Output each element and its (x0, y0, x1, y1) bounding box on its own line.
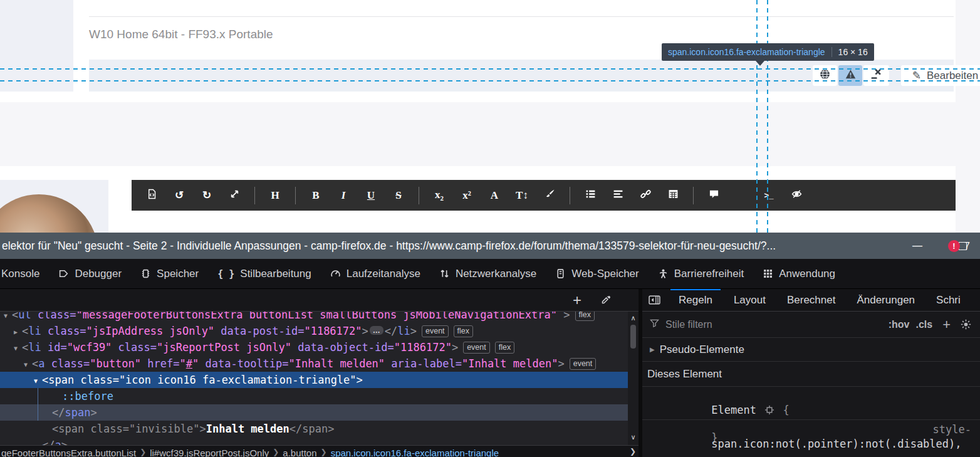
tab-label: Debugger (75, 268, 122, 280)
event-badge[interactable]: event (422, 325, 449, 337)
sidebar-toggle-icon[interactable] (649, 295, 660, 305)
toolbar-group: H (261, 180, 289, 211)
sidebar-tab-schri[interactable]: Schri (925, 289, 971, 311)
editor-align-button[interactable] (604, 180, 632, 211)
editor-subscript-button[interactable]: x2 (425, 180, 453, 211)
twisty-expanded-icon[interactable]: ▼ (14, 340, 22, 357)
editor-strikethrough-button[interactable]: S (385, 180, 412, 211)
twisty-expanded-icon[interactable]: ▼ (4, 312, 12, 324)
stylesheet-source-link[interactable]: style- (933, 423, 971, 436)
eyedropper-button[interactable] (600, 295, 611, 305)
sidebar-tab-berechnet[interactable]: Berechnet (776, 289, 847, 311)
editor-link-button[interactable] (632, 180, 659, 211)
collapsed-content-badge[interactable]: … (370, 326, 383, 335)
breadcrumb-item[interactable]: a.button (283, 448, 316, 457)
breadcrumb-separator-icon: ❯ (140, 448, 146, 456)
style-filter-input[interactable] (665, 319, 882, 330)
minimize-button[interactable]: — (909, 233, 926, 259)
editor-underline-button[interactable]: U (357, 180, 385, 211)
sidebar-tab-änderungen[interactable]: Änderungen (846, 289, 925, 311)
markup-row[interactable]: ▶<li class="jsIpAddress jsOnly" data-pos… (0, 323, 628, 339)
event-badge[interactable]: event (463, 342, 490, 354)
window-titlebar[interactable]: elektor für "Neu" gesucht - Seite 2 - In… (0, 233, 980, 259)
toggle-classes-button[interactable]: .cls (915, 319, 932, 330)
devtools-tab-netzwerkanalyse[interactable]: Netzwerkanalyse (430, 259, 546, 288)
flex-badge[interactable]: flex (575, 312, 595, 321)
scroll-down-icon[interactable]: ∨ (628, 432, 639, 443)
open-brace: { (783, 404, 790, 416)
highlighter-infobar: span.icon.icon16.fa-exclamation-triangle… (662, 43, 874, 61)
devtools-tab-speicher[interactable]: Speicher (131, 259, 208, 288)
scroll-up-icon[interactable]: ∧ (628, 313, 639, 323)
gauge-icon (330, 268, 341, 279)
highlighter-guide-horizontal (0, 80, 980, 81)
editor-brush-button[interactable] (536, 180, 563, 211)
grid-icon (763, 268, 773, 279)
twisty-expanded-icon[interactable]: ▼ (24, 357, 32, 373)
add-node-button[interactable]: + (573, 292, 581, 309)
markup-row[interactable]: </span> (0, 404, 628, 421)
breadcrumb-item[interactable]: li#wcf39.jsReportPost.jsOnly (150, 448, 269, 457)
devtools-tab-laufzeitanalyse[interactable]: Laufzeitanalyse (321, 259, 430, 288)
editor-source-code-button[interactable] (138, 180, 165, 211)
event-badge[interactable]: event (570, 358, 597, 370)
toolbar-group (576, 180, 687, 211)
markup-scrollbar[interactable]: ∧ ∨ (628, 312, 639, 445)
devtools-tab-anwendung[interactable]: Anwendung (753, 259, 845, 288)
flex-badge[interactable]: flex (495, 342, 514, 354)
comment-icon (709, 189, 719, 202)
tab-label: Speicher (157, 268, 199, 280)
editor-undo-button[interactable]: ↺ (165, 180, 193, 211)
rule-selector-line1: span.icon:not(.pointer):not(.disabled), (711, 438, 961, 450)
breadcrumb-item[interactable]: geFooterButtonsExtra.buttonList (1, 448, 136, 457)
breadcrumb-scroll-right-icon[interactable]: ❯ (630, 447, 636, 456)
devtools-tab-konsole[interactable]: Konsole (0, 259, 49, 288)
devtools-tab-barrierefreiheit[interactable]: Barrierefreiheit (649, 259, 754, 288)
editor-superscript-button[interactable]: x² (453, 180, 481, 211)
twisty-collapsed-icon[interactable]: ▶ (14, 324, 22, 340)
flex-badge[interactable]: flex (454, 325, 473, 337)
markup-row[interactable]: ▼<a class="button" href="#" data-tooltip… (0, 355, 628, 372)
devtools-tab-stilbearbeitung[interactable]: { }Stilbearbeitung (208, 259, 321, 288)
light-scheme-simulation-button[interactable] (961, 319, 971, 330)
toggle-pseudo-classes-button[interactable]: :hov (889, 319, 910, 330)
editor-italic-button[interactable]: I (330, 180, 357, 211)
editor-terminal-button[interactable]: >_ (755, 180, 783, 211)
markup-row[interactable]: ▼<li id="wcf39" class="jsReportPost jsOn… (0, 339, 628, 355)
highlight-selector-target-icon[interactable] (763, 404, 776, 416)
devtools-tab-web-speicher[interactable]: Web-Speicher (546, 259, 648, 288)
markup-row[interactable]: </a> (0, 437, 628, 445)
markup-toolbar: + (0, 289, 639, 312)
editor-text-size-button[interactable]: T↕ (508, 180, 536, 211)
markup-row[interactable]: ▼<ul class="messageFooterButtonsExtra bu… (0, 312, 628, 323)
post-signature: W10 Home 64bit - FF93.x Portable (89, 28, 273, 41)
add-rule-button[interactable]: + (942, 317, 951, 333)
editor-redo-button[interactable]: ↻ (193, 180, 221, 211)
scrollbar-thumb[interactable] (630, 325, 636, 349)
sidebar-tab-layout[interactable]: Layout (723, 289, 776, 311)
editor-font-color-button[interactable]: A (481, 180, 508, 211)
sidebar-tabbar: RegelnLayoutBerechnetÄnderungenSchri (642, 289, 980, 312)
editor-fullscreen-button[interactable] (221, 180, 248, 211)
sidebar-tab-regeln[interactable]: Regeln (668, 289, 723, 311)
markup-row[interactable]: ::before (0, 388, 628, 404)
rule-declaration[interactable]: ··cursor: default; (647, 452, 827, 457)
window-title: elektor für "Neu" gesucht - Seite 2 - In… (2, 239, 776, 253)
editor-unordered-list-button[interactable] (576, 180, 604, 211)
error-badge[interactable]: ! 7 (948, 240, 970, 252)
toolbar-group: ↺↻ (138, 180, 248, 211)
markup-row[interactable]: <span class="invisible">Inhalt melden</s… (0, 421, 628, 437)
twisty-expanded-icon[interactable]: ▼ (34, 373, 42, 389)
editor-comment-button[interactable] (700, 180, 727, 211)
editor-table-button[interactable] (659, 180, 687, 211)
editor-heading-button[interactable]: H (261, 180, 289, 211)
breadcrumb-item[interactable]: span.icon.icon16.fa-exclamation-triangle (331, 448, 499, 457)
editor-code-button[interactable] (727, 180, 755, 211)
toolbar-separator (693, 187, 694, 204)
editor-hidden-content-button[interactable] (783, 180, 810, 211)
filter-funnel-icon (650, 318, 659, 330)
devtools-tab-debugger[interactable]: Debugger (49, 259, 131, 288)
pseudo-elements-section[interactable]: ▶ Pseudo-Elemente (642, 338, 980, 362)
editor-bold-button[interactable]: B (302, 180, 330, 211)
markup-row[interactable]: ▼<span class="icon icon16 fa-exclamation… (0, 372, 628, 388)
